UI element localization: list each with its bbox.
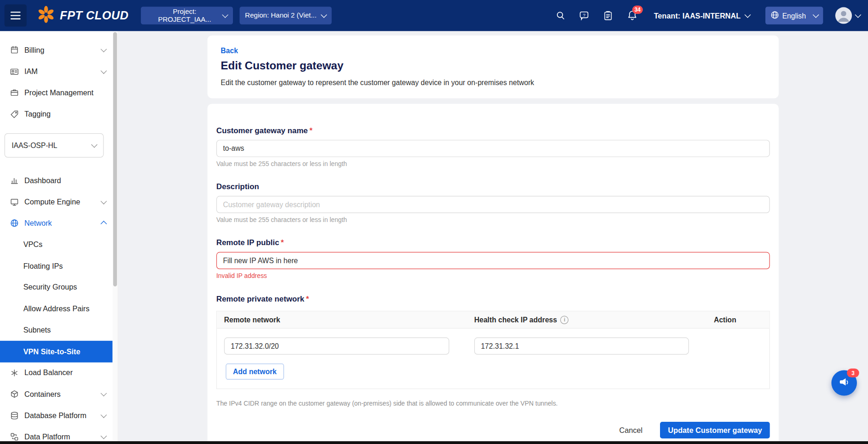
sidebar-item-tagging[interactable]: Tagging [0, 104, 113, 125]
description-input[interactable] [216, 196, 770, 213]
billing-icon [10, 46, 19, 55]
description-group: Description Value must be 255 characters… [216, 182, 770, 223]
globe-icon [770, 10, 779, 21]
sidebar-item-network[interactable]: Network [0, 213, 113, 234]
main-content: Back Edit Customer gateway Edit the cust… [118, 31, 868, 441]
cidr-helper-text: The IPv4 CIDR range on the customer gate… [216, 400, 770, 407]
clipboard-icon[interactable] [602, 10, 614, 21]
chevron-down-icon [101, 433, 107, 439]
required-asterisk: * [306, 294, 309, 303]
remote-network-table: Remote network Health check IP address i… [216, 311, 770, 389]
edit-gateway-form-card: Customer gateway name* Value must be 255… [208, 104, 779, 441]
compute-engine-icon [10, 197, 19, 206]
sidebar-item-floating-ips[interactable]: Floating IPs [0, 255, 113, 277]
add-network-button[interactable]: Add network [226, 364, 284, 380]
load-balancer-icon [10, 369, 19, 377]
project-dropdown[interactable]: Project: PROJECT_IAA... [141, 6, 233, 24]
gateway-name-group: Customer gateway name* Value must be 255… [216, 126, 770, 167]
chevron-down-icon [101, 390, 107, 397]
info-icon[interactable]: i [560, 315, 568, 324]
header-health-check-ip: Health check IP address i [467, 315, 706, 324]
required-asterisk: * [281, 238, 284, 247]
help-chat-icon[interactable]: ? [578, 10, 590, 21]
tag-icon [10, 110, 19, 118]
fpt-flower-icon [37, 5, 55, 26]
sidebar-item-dashboard[interactable]: Dashboard [0, 170, 113, 191]
fab-badge: 3 [847, 369, 859, 377]
sidebar-item-database-platform[interactable]: Database Platform [0, 405, 113, 426]
iam-icon [10, 67, 19, 76]
description-label: Description [216, 182, 770, 191]
project-scope-select[interactable]: IAAS-OSP-HL [5, 133, 104, 158]
search-icon[interactable] [555, 10, 566, 21]
project-management-icon [10, 88, 19, 97]
chevron-down-icon [91, 142, 98, 148]
remote-network-label: Remote private network* [216, 294, 770, 303]
topbar-right: ? 34 Tenant: IAAS-INTERNAL [555, 6, 860, 24]
sidebar-item-iam[interactable]: IAM [0, 61, 113, 82]
chevron-down-icon [813, 12, 819, 18]
cancel-button[interactable]: Cancel [616, 426, 646, 435]
remote-ip-error: Invalid IP address [216, 272, 770, 279]
chevron-down-icon [101, 68, 107, 74]
tenant-dropdown[interactable]: Tenant: IAAS-INTERNAL [650, 11, 753, 20]
chevron-up-icon [101, 221, 107, 228]
sidebar-item-allow-address-pairs[interactable]: Allow Address Pairs [0, 298, 113, 319]
chevron-down-icon [855, 12, 862, 18]
update-customer-gateway-button[interactable]: Update Customer gateway [660, 422, 770, 438]
page-title: Edit Customer gateway [221, 59, 765, 72]
sidebar-item-subnets[interactable]: Subnets [0, 320, 113, 341]
sidebar: Billing IAM Project Management [0, 31, 118, 441]
remote-network-cell [217, 338, 467, 355]
menu-icon[interactable] [5, 5, 27, 27]
add-network-row: Add network [217, 364, 769, 388]
announcements-fab[interactable]: 3 [831, 370, 857, 395]
sidebar-item-data-platform[interactable]: Data Platform [0, 426, 113, 441]
sidebar-item-project-management[interactable]: Project Management [0, 82, 113, 104]
announcement-icon [838, 376, 850, 390]
database-icon [10, 411, 19, 420]
region-dropdown[interactable]: Region: Hanoi 2 (Viet... [239, 6, 331, 24]
chevron-down-icon [101, 46, 107, 53]
description-helper: Value must be 255 characters or less in … [216, 216, 770, 223]
sidebar-item-compute-engine[interactable]: Compute Engine [0, 191, 113, 212]
chevron-down-icon [321, 12, 327, 18]
back-link[interactable]: Back [221, 47, 238, 55]
brand-name: FPT CLOUD [60, 9, 129, 22]
chevron-down-icon [101, 198, 107, 204]
sidebar-item-billing[interactable]: Billing [0, 39, 113, 61]
health-check-ip-input[interactable] [474, 338, 689, 355]
sidebar-item-security-groups[interactable]: Security Groups [0, 277, 113, 298]
remote-ip-input[interactable] [216, 252, 770, 269]
chevron-down-icon [745, 12, 751, 18]
brand-logo[interactable]: FPT CLOUD [37, 5, 128, 26]
sidebar-scrollbar-track [113, 31, 118, 441]
containers-icon [10, 390, 19, 399]
form-actions: Cancel Update Customer gateway [216, 422, 770, 438]
sidebar-scrollbar-thumb[interactable] [113, 32, 117, 287]
dashboard-icon [10, 176, 19, 185]
health-check-cell [467, 338, 706, 355]
network-icon [10, 219, 19, 228]
sidebar-item-vpcs[interactable]: VPCs [0, 234, 113, 255]
remote-network-group: Remote private network* Remote network H… [216, 294, 770, 407]
sidebar-item-load-balancer[interactable]: Load Balancer [0, 362, 113, 383]
gateway-name-input[interactable] [216, 140, 770, 157]
page-subtitle: Edit the customer gateway to represent t… [221, 78, 765, 86]
notification-badge: 34 [632, 6, 643, 14]
sidebar-item-vpn-site-to-site[interactable]: VPN Site-to-Site [0, 341, 113, 362]
header-action: Action [707, 315, 770, 324]
bottom-strip [0, 441, 868, 444]
user-menu[interactable] [835, 7, 860, 24]
chevron-down-icon [101, 412, 107, 418]
bell-icon[interactable]: 34 [626, 9, 638, 21]
required-asterisk: * [310, 126, 313, 135]
sidebar-item-containers[interactable]: Containers [0, 383, 113, 405]
svg-text:?: ? [583, 12, 586, 17]
remote-network-input[interactable] [224, 338, 449, 355]
avatar-icon [835, 7, 852, 24]
language-dropdown[interactable]: English [765, 6, 823, 24]
data-platform-icon [10, 432, 19, 441]
gateway-name-label: Customer gateway name* [216, 126, 770, 135]
app-window: FPT CLOUD Project: PROJECT_IAA... Region… [0, 0, 868, 444]
